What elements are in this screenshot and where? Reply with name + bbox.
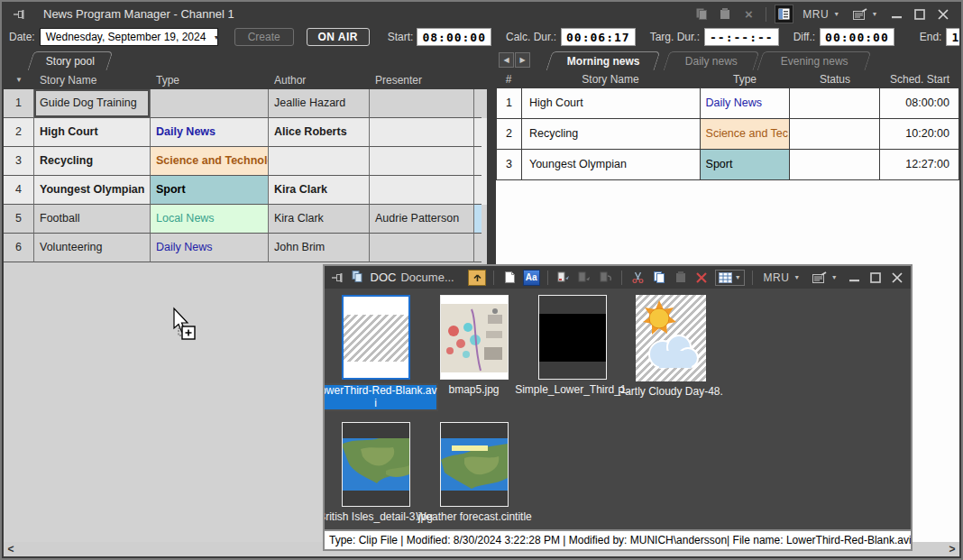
column-header-sched-start[interactable]: Sched. Start [880,70,959,88]
story-name-cell[interactable]: Football [34,205,151,234]
author-cell[interactable]: Alice Roberts [269,118,370,147]
column-header-author[interactable]: Author [269,70,370,89]
media-item-selected[interactable]: LowerThird-Red-Blank.avi [326,295,425,411]
maximize-button[interactable] [911,5,929,23]
story-name-cell[interactable]: Youngest Olympian [522,150,701,180]
column-header-num[interactable]: # [496,70,521,88]
sched-start-cell[interactable]: 12:27:00 [880,150,959,180]
type-cell[interactable]: Sport [151,176,269,205]
type-cell[interactable]: Sport [701,150,791,180]
view-mode-dropdown[interactable]: ▼ [715,270,745,286]
tab-evening-news[interactable]: Evening news [757,51,872,70]
media-item[interactable]: bmap5.jpg [425,295,523,411]
type-cell[interactable]: Daily News [151,234,269,262]
table-row[interactable]: 3 Recycling Science and Technology [4,147,487,176]
sched-start-cell[interactable]: 10:20:00 [880,119,959,150]
column-header-type[interactable]: Type [700,70,790,88]
story-name-cell[interactable]: Youngest Olympian [34,176,151,205]
column-header-type[interactable]: Type [151,70,269,89]
delete-icon[interactable]: × [739,5,757,23]
window-properties-dropdown[interactable]: ▼ [809,271,841,283]
author-cell[interactable]: Kira Clark [269,205,370,234]
scroll-left-arrow[interactable]: < [4,542,18,556]
close-button[interactable] [934,5,952,23]
status-cell[interactable] [790,119,880,150]
title-thumbnail[interactable] [440,422,509,507]
author-cell[interactable] [269,147,370,176]
undo-check-out-icon[interactable] [598,269,615,287]
presenter-cell[interactable] [370,89,474,118]
rename-aa-button[interactable]: Aa [523,270,540,286]
type-cell[interactable]: Science and Tec... [701,119,791,150]
column-header-story-name[interactable]: Story Name [521,70,700,88]
presenter-cell[interactable] [370,118,474,147]
column-header-status[interactable]: Status [790,70,880,88]
paste-icon[interactable] [672,269,689,287]
delete-icon[interactable] [693,269,711,287]
author-cell[interactable]: Jeallie Hazard [269,89,370,118]
filter-dropdown[interactable]: ▼ [4,70,34,89]
type-cell[interactable]: Science and Technology [151,147,269,176]
column-header-story-name[interactable]: Story Name [34,70,151,89]
story-name-cell[interactable]: Guide Dog Training [34,89,151,118]
date-picker[interactable]: Wednesday, September 19, 2024 ▼ [40,28,218,46]
paste-icon[interactable] [716,5,734,23]
tab-story-pool[interactable]: Story pool [28,51,114,70]
scroll-right-arrow[interactable]: > [945,542,959,556]
media-item[interactable]: Simple_Lower_Third_1. [523,295,621,411]
story-name-cell[interactable]: High Court [522,88,701,119]
story-name-cell[interactable]: Volunteering [34,234,151,262]
presenter-cell[interactable] [370,176,474,205]
presenter-cell[interactable]: Audrie Patterson [370,205,474,234]
table-row[interactable]: 5 Football Local News Kira Clark Audrie … [4,205,487,234]
media-item[interactable]: Partly Cloudy Day-48. [621,295,720,411]
table-row[interactable]: 1 High Court Daily News 08:00:00 [496,88,959,119]
image-thumbnail[interactable] [342,422,410,507]
sched-start-cell[interactable]: 08:00:00 [880,88,959,119]
author-cell[interactable]: Kira Clark [269,176,370,205]
table-row[interactable]: 3 Youngest Olympian Sport 12:27:00 [496,150,959,180]
table-row[interactable]: 6 Volunteering Daily News John Brim [4,234,487,262]
media-item[interactable]: Weather forecast.cintitle [425,422,523,523]
image-thumbnail[interactable] [440,295,509,380]
type-cell[interactable]: Daily News [701,88,791,119]
cut-icon[interactable] [629,269,647,287]
minimize-button[interactable] [846,269,863,287]
start-time-field[interactable]: 08:00:00 [417,28,491,46]
tab-scroll-right[interactable]: ▶ [515,52,530,68]
copy-icon[interactable] [651,269,668,287]
table-row[interactable]: 1 Guide Dog Training Jeallie Hazard [4,89,487,118]
status-cell[interactable] [790,88,880,119]
minimize-button[interactable] [887,5,905,23]
copy-icon[interactable] [692,5,711,23]
check-in-icon[interactable] [555,269,573,287]
author-cell[interactable]: John Brim [269,234,370,262]
type-cell[interactable]: Daily News [151,118,269,147]
mru-dropdown[interactable]: MRU▼ [799,8,843,21]
view-toggle-button[interactable] [775,5,793,23]
window-properties-dropdown[interactable]: ▼ [849,8,882,20]
mru-dropdown[interactable]: MRU▼ [760,271,804,284]
pin-icon[interactable] [11,5,29,23]
check-out-icon[interactable] [576,269,593,287]
media-item[interactable]: British Isles_detail-3.jpg [326,422,425,523]
story-name-cell[interactable]: Recycling [522,119,701,150]
close-button[interactable] [888,269,905,287]
clip-thumbnail[interactable] [342,295,410,380]
type-cell[interactable]: Local News [151,205,269,234]
weather-icon-thumbnail[interactable] [636,295,706,381]
folder-up-button[interactable] [468,270,487,286]
tab-scroll-left[interactable]: ◀ [499,52,514,68]
table-row[interactable]: 4 Youngest Olympian Sport Kira Clark [4,176,487,205]
pin-icon[interactable] [330,269,347,287]
presenter-cell[interactable] [370,147,474,176]
tab-morning-news[interactable]: Morning news [546,51,661,70]
create-button[interactable]: Create [234,28,294,46]
story-name-cell[interactable]: High Court [34,118,151,147]
on-air-button[interactable]: ON AIR [307,28,370,46]
status-cell[interactable] [790,150,880,180]
type-cell[interactable] [151,89,269,118]
maximize-button[interactable] [867,269,885,287]
presenter-cell[interactable] [370,234,474,262]
new-file-icon[interactable] [501,269,518,287]
